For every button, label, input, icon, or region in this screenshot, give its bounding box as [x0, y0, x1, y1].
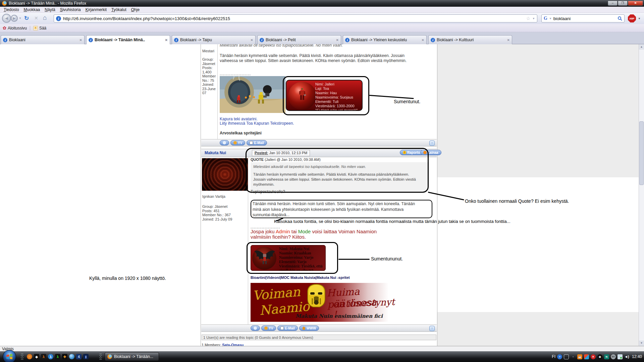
- restore-window-icon[interactable]: [564, 354, 569, 359]
- email-button[interactable]: E-Mail: [247, 140, 267, 145]
- post2-author-link[interactable]: Makuta Nui: [205, 150, 226, 155]
- profile-icon: [223, 141, 226, 144]
- adblock-dropdown-icon[interactable]: ▼: [638, 17, 641, 20]
- tab-pelit[interactable]: iBioklaani -> Pelit✕: [257, 35, 341, 44]
- mode-word: Mode: [298, 229, 311, 234]
- steam-icon[interactable]: ◉: [597, 354, 602, 359]
- volume-icon[interactable]: ◄): [624, 354, 629, 359]
- annotation-blurred1: Sumentunut.: [394, 99, 420, 104]
- task-button-firefox[interactable]: Bioklaani -> Tänään...: [105, 352, 159, 361]
- bars-app-icon[interactable]: ▮: [83, 354, 89, 359]
- minimize-button[interactable]: –: [608, 1, 618, 6]
- members-icon: [264, 326, 268, 330]
- java-icon[interactable]: ☕: [577, 354, 582, 359]
- scrollbar-up-icon[interactable]: ▲: [639, 44, 644, 50]
- post1-signature-scene-image: [220, 76, 285, 113]
- blue-sphere-icon[interactable]: [69, 354, 74, 359]
- search-input[interactable]: bioklaani: [553, 16, 616, 21]
- menu-muokkaa[interactable]: Muokkaa: [21, 7, 43, 12]
- www-button[interactable]: WWW: [299, 325, 319, 331]
- tab-bioklaani[interactable]: iBioklaani✕: [1, 35, 85, 44]
- scrollbar-thumb[interactable]: [639, 121, 644, 185]
- chevron-left-icon[interactable]: ‹: [571, 354, 576, 359]
- scrollbar-track[interactable]: ▲ ▼: [639, 44, 644, 346]
- network-icon[interactable]: [618, 354, 623, 359]
- tab-kulttuuri[interactable]: iBioklaani -> Kulttuuri✕: [428, 35, 512, 44]
- url-bar[interactable]: i http://z6.invisionfree.com/Bioklaani/i…: [54, 14, 537, 22]
- tab-close-icon[interactable]: ✕: [165, 38, 168, 42]
- menu-nayta[interactable]: Näytä: [42, 7, 57, 12]
- bookmark-saa[interactable]: Sää: [39, 26, 46, 31]
- menu-tiedosto[interactable]: Tiedosto: [1, 7, 21, 12]
- n-app-icon[interactable]: N: [604, 354, 609, 359]
- menu-ohje[interactable]: Ohje: [129, 7, 142, 12]
- language-indicator[interactable]: FI: [552, 354, 555, 359]
- tab-close-icon[interactable]: ✕: [79, 38, 82, 42]
- tab-close-icon[interactable]: ✕: [507, 38, 510, 42]
- tab-favicon: i: [260, 38, 264, 42]
- windows-update-icon[interactable]: [584, 354, 589, 359]
- annotation-outline-paragraph: [251, 200, 432, 218]
- search-box[interactable]: G ▼ bioklaani: [541, 14, 625, 22]
- search-magnifier-icon[interactable]: [618, 16, 622, 21]
- url-dropdown-icon[interactable]: ▼: [532, 17, 535, 20]
- profile-card-button[interactable]: [251, 325, 260, 331]
- search-engine-icon[interactable]: G: [544, 16, 547, 21]
- scrollbar-down-icon[interactable]: ▼: [639, 341, 644, 346]
- back-button[interactable]: ◀: [2, 14, 11, 23]
- cross-game-icon[interactable]: ✚: [62, 354, 67, 359]
- menu-tyokalut[interactable]: Työkalut: [109, 7, 129, 12]
- adblock-icon[interactable]: ABP: [628, 14, 636, 22]
- post1-button-row: YV E-Mail ↑: [201, 139, 437, 146]
- halflife-icon[interactable]: λ: [41, 354, 46, 359]
- search-engine-dropdown-icon[interactable]: ▼: [549, 17, 552, 20]
- menu-sivuhistoria[interactable]: Sivuhistoria: [58, 7, 83, 12]
- firefox-icon: [2, 1, 7, 6]
- url-text[interactable]: http://z6.invisionfree.com/Bioklaani/ind…: [63, 16, 524, 21]
- back-history-dropdown-icon[interactable]: ▼: [19, 17, 21, 20]
- ea-icon[interactable]: EA: [611, 354, 616, 359]
- post1-textrpg-link[interactable]: Liity ihmeessä Toa Kapuran Tekstiropeen.: [220, 121, 294, 126]
- opposing-force-icon[interactable]: λ: [55, 354, 60, 359]
- reload-icon[interactable]: ↻: [24, 15, 29, 22]
- help-icon[interactable]: ?: [557, 354, 562, 359]
- forward-button[interactable]: ▶: [11, 15, 18, 22]
- tab-taipu[interactable]: iBioklaani -> Taipu✕: [172, 35, 256, 44]
- tf2-icon[interactable]: [27, 354, 32, 359]
- tab-close-icon[interactable]: ✕: [422, 38, 424, 42]
- home-icon[interactable]: ⌂: [43, 14, 47, 21]
- yv-button[interactable]: YV: [230, 140, 245, 145]
- start-button[interactable]: [3, 350, 16, 362]
- tab-close-icon[interactable]: ✕: [336, 38, 339, 42]
- bookmark-star-icon[interactable]: ☆: [526, 16, 531, 21]
- tab-favicon: i: [174, 38, 178, 42]
- email-button[interactable]: E-Mail: [277, 325, 298, 331]
- bookmark-aloitussivu[interactable]: Aloitussivu: [8, 26, 27, 31]
- tab-yleinen-keskustelu[interactable]: iBioklaani -> Yleinen keskustelu✕: [343, 35, 427, 44]
- halflife-blueshift-icon[interactable]: λ: [48, 354, 53, 359]
- menu-kirjanmerkit[interactable]: Kirjanmerkit: [83, 7, 109, 12]
- close-button[interactable]: ✕: [628, 1, 643, 6]
- post2-signature-links[interactable]: Bioartini|Videoni|MOC Makuta Nuista|Maku…: [251, 276, 350, 280]
- gmod-icon[interactable]: ◆: [34, 354, 39, 359]
- stop-icon[interactable]: ✕: [34, 15, 38, 21]
- scroll-top-button[interactable]: ↑: [429, 140, 435, 146]
- security-shield-icon[interactable]: ✕: [591, 354, 596, 359]
- page-content: Mestari Group: Jäsenet Posts: 1,400 Memb…: [0, 44, 644, 346]
- taskbar: ◆ λ λ λ ✚ 4 ▮ Bioklaani -> Tänään... FI …: [0, 351, 644, 362]
- member-link[interactable]: Sata-Omasu: [222, 343, 244, 346]
- tab-tanaan-mina[interactable]: iBioklaani -> Tänään Minä..✕: [86, 35, 170, 44]
- menu-bar: Tiedosto Muokkaa Näytä Sivuhistoria Kirj…: [0, 7, 644, 13]
- window-titlebar: Bioklaani -> Tänään Minä.. - Mozilla Fir…: [0, 0, 644, 7]
- number4-game-icon[interactable]: 4: [76, 354, 82, 359]
- post1-author-info: Mestari Group: Jäsenet Posts: 1,400 Memb…: [201, 44, 217, 95]
- profile-card-button[interactable]: [220, 140, 229, 145]
- navigation-toolbar: ◀ ▶ ▼ ↻ ✕ ⌂ i http://z6.invisionfree.com…: [0, 13, 644, 24]
- banner-subtitle: Makuta Nuin ensimmäinen fici: [296, 313, 383, 319]
- maximize-button[interactable]: ❐: [618, 1, 628, 6]
- scroll-top-button[interactable]: ↑: [429, 326, 435, 331]
- annotation-outline-quote: [246, 148, 429, 193]
- post1-avatar-credit-link[interactable]: Kapura teki avatarini.: [220, 117, 258, 121]
- yv-button[interactable]: YV: [261, 325, 276, 331]
- tab-close-icon[interactable]: ✕: [251, 38, 253, 42]
